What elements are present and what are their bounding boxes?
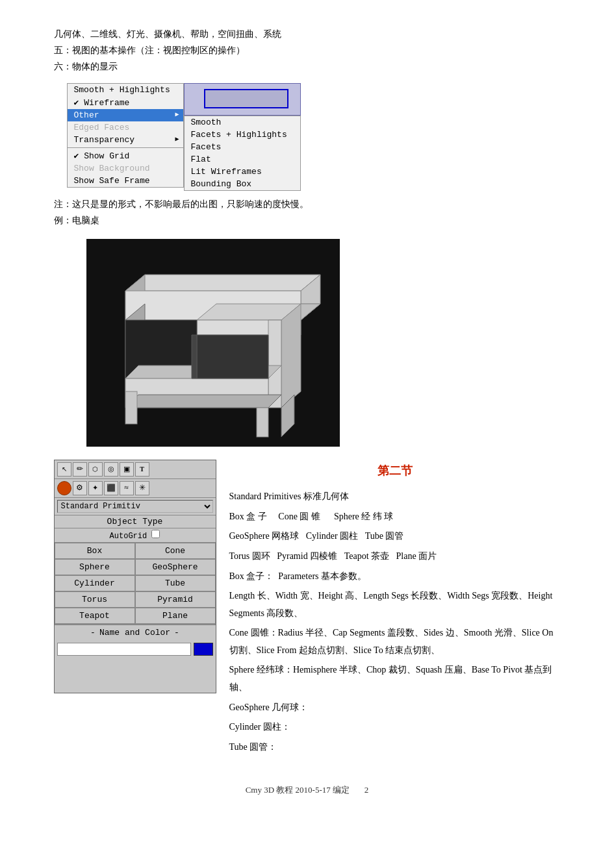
desc-line-4: Box 盒子： Parameters 基本参数。 [229, 568, 561, 586]
toolbar-orange-circle-icon[interactable] [57, 481, 71, 495]
menu-item-wireframe[interactable]: Wireframe [68, 96, 183, 109]
grid-buttons: Box Cone Sphere GeoSphere Cylinder Tube … [55, 543, 216, 625]
menu-area: Smooth + Highlights Wireframe Other Edge… [67, 83, 561, 191]
menu-preview-inner [204, 89, 288, 108]
btn-cone[interactable]: Cone [135, 543, 216, 559]
toolbar-circle-icon[interactable]: ◎ [104, 462, 118, 477]
menu-divider1 [68, 147, 183, 148]
name-color-dash: - [174, 628, 179, 638]
desk-svg [86, 239, 340, 447]
page-content: 几何体、二维线、灯光、摄像机、帮助，空间扭曲、系统 五：视图的基本操作（注：视图… [54, 26, 561, 796]
autogrid-row: AutoGrid [55, 528, 216, 543]
btn-teapot[interactable]: Teapot [55, 608, 135, 624]
menu-item-other[interactable]: Other [68, 109, 183, 121]
name-text-input[interactable] [57, 643, 191, 656]
svg-rect-15 [125, 391, 137, 424]
menu-item-show-safe-frame[interactable]: Show Safe Frame [68, 175, 183, 187]
toolbar-arrow-icon[interactable]: ↖ [57, 462, 71, 477]
btn-geosphere[interactable]: GeoSphere [135, 559, 216, 575]
name-color-text: Name and Color [99, 628, 170, 638]
object-type-header: Object Type [55, 515, 216, 528]
panel-toolbar-row2: ⚙ ✦ ⬛ ≈ ✳ [55, 479, 216, 498]
menu-right: Smooth Facets + Highlights Facets Flat L… [184, 116, 301, 191]
toolbar-wave-icon[interactable]: ≈ [120, 481, 134, 495]
desc-line-10: Tube 圆管： [229, 739, 561, 756]
desc-line-0: Standard Primitives 标准几何体 [229, 488, 561, 506]
section-title: 第二节 [229, 460, 561, 482]
color-swatch[interactable] [194, 643, 213, 656]
menu-item-smooth[interactable]: Smooth [185, 116, 300, 129]
btn-sphere[interactable]: Sphere [55, 559, 135, 575]
menu-item-bounding-box[interactable]: Bounding Box [185, 178, 300, 190]
btn-cylinder[interactable]: Cylinder [55, 575, 135, 591]
toolbar-text-icon[interactable]: T [135, 462, 149, 477]
panel-box: ↖ ✏ ⬡ ◎ ▣ T ⚙ ✦ ⬛ ≈ ✳ Standard Primitiv [54, 460, 216, 693]
note-line2: 例：电脑桌 [54, 216, 99, 225]
name-color-row: - Name and Color - [55, 625, 216, 640]
desc-line-7: Sphere 经纬球：Hemisphere 半球、Chop 裁切、Squash … [229, 662, 561, 696]
menu-item-show-grid[interactable]: Show Grid [68, 149, 183, 162]
svg-marker-18 [197, 335, 268, 378]
desc-line-6: Cone 圆锥：Radius 半径、Cap Segments 盖段数、Sides… [229, 625, 561, 659]
btn-plane[interactable]: Plane [135, 608, 216, 624]
panel-dropdown-row[interactable]: Standard Primitiv [55, 498, 216, 515]
autogrid-checkbox[interactable] [151, 530, 160, 538]
desc-line-5: Length 长、Width 宽、Height 高、Length Segs 长段… [229, 588, 561, 622]
intro-line3: 六：物体的显示 [54, 62, 118, 71]
toolbar-square-icon[interactable]: ▣ [120, 462, 134, 477]
toolbar-grid-icon[interactable]: ⬛ [104, 481, 118, 495]
footer-text: Cmy 3D 教程 2010-5-17 编定 [246, 785, 350, 795]
intro-line2: 五：视图的基本操作（注：视图控制区的操作） [54, 45, 245, 55]
menu-item-transparency[interactable]: Transparency [68, 134, 183, 146]
toolbar-shape-icon[interactable]: ⬡ [88, 462, 103, 477]
svg-marker-14 [125, 395, 281, 408]
footer: Cmy 3D 教程 2010-5-17 编定 2 [54, 784, 561, 796]
menu-item-facets[interactable]: Facets [185, 141, 300, 153]
btn-box[interactable]: Box [55, 543, 135, 559]
btn-tube[interactable]: Tube [135, 575, 216, 591]
toolbar-pencil-icon[interactable]: ✏ [73, 462, 87, 477]
intro-text: 几何体、二维线、灯光、摄像机、帮助，空间扭曲、系统 五：视图的基本操作（注：视图… [54, 26, 561, 75]
svg-marker-9 [281, 304, 301, 408]
svg-rect-16 [257, 408, 268, 437]
toolbar-gear-icon[interactable]: ⚙ [73, 481, 87, 495]
menu-item-smooth-highlights[interactable]: Smooth + Highlights [68, 84, 183, 96]
note-text: 注：这只是显的形式，不影响最后的出图，只影响速的度快慢。 例：电脑桌 [54, 196, 561, 229]
menu-preview-box [184, 83, 301, 116]
menu-item-edged-faces: Edged Faces [68, 121, 183, 134]
primitives-dropdown[interactable]: Standard Primitiv [57, 500, 213, 513]
name-color-label: - [90, 628, 96, 638]
desc-line-3: Torus 圆环 Pyramid 四棱锥 Teapot 茶壶 Plane 面片 [229, 548, 561, 565]
menu-item-lit-wireframes[interactable]: Lit Wireframes [185, 166, 300, 178]
btn-torus[interactable]: Torus [55, 591, 135, 608]
desc-line-9: Cylinder 圆柱： [229, 719, 561, 736]
autogrid-label: AutoGrid [110, 532, 152, 541]
svg-marker-19 [192, 335, 197, 378]
intro-line1: 几何体、二维线、灯光、摄像机、帮助，空间扭曲、系统 [54, 29, 281, 39]
svg-marker-1 [125, 275, 320, 291]
menu-left: Smooth + Highlights Wireframe Other Edge… [67, 83, 184, 188]
toolbar-tree-icon[interactable]: ✦ [88, 481, 103, 495]
right-text-block: 第二节 Standard Primitives 标准几何体 Box 盒 子 Co… [229, 460, 561, 759]
menu-item-show-background: Show Background [68, 162, 183, 175]
color-input-area [55, 640, 216, 658]
desc-line-8: GeoSphere 几何球： [229, 699, 561, 717]
note-line1: 注：这只是显的形式，不影响最后的出图，只影响速的度快慢。 [54, 199, 309, 209]
panel-toolbar-row1: ↖ ✏ ⬡ ◎ ▣ T [55, 460, 216, 479]
section2-row: ↖ ✏ ⬡ ◎ ▣ T ⚙ ✦ ⬛ ≈ ✳ Standard Primitiv [54, 460, 561, 759]
menu-item-facets-highlights[interactable]: Facets + Highlights [185, 129, 300, 141]
btn-pyramid[interactable]: Pyramid [135, 591, 216, 608]
footer-page: 2 [365, 785, 369, 795]
toolbar-wrench-icon[interactable]: ✳ [135, 481, 149, 495]
desc-line-1: Box 盒 子 Cone 圆 锥 Sphere 经 纬 球 [229, 508, 561, 526]
desk-image [86, 239, 340, 447]
desc-line-2: GeoSphere 网格球 Cylinder 圆柱 Tube 圆管 [229, 528, 561, 545]
menu-item-flat[interactable]: Flat [185, 153, 300, 166]
